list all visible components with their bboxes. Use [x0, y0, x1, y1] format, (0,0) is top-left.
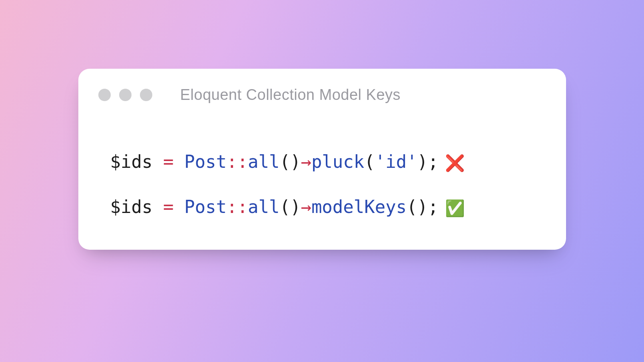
code-scope: :: — [227, 197, 248, 217]
code-paren-close: ) — [417, 151, 428, 172]
code-operator: = — [152, 151, 184, 172]
traffic-light-close-icon — [98, 89, 111, 101]
code-line: $ids = Post::all()→pluck('id');❌ — [110, 151, 546, 173]
check-mark-icon: ✅ — [445, 199, 465, 217]
code-parens: () — [279, 151, 301, 172]
code-class: Post — [184, 151, 227, 172]
traffic-light-minimize-icon — [119, 89, 132, 101]
code-semicolon: ; — [428, 151, 439, 172]
code-paren-open: ( — [364, 151, 375, 172]
code-window: Eloquent Collection Model Keys $ids = Po… — [78, 69, 566, 250]
code-method: modelKeys — [311, 197, 407, 217]
code-area: $ids = Post::all()→pluck('id');❌ $ids = … — [98, 151, 546, 218]
code-scope: :: — [227, 151, 248, 172]
traffic-lights — [98, 89, 152, 101]
code-method: all — [248, 197, 279, 217]
code-variable: $ids — [110, 151, 153, 172]
code-paren-open: ( — [407, 197, 417, 217]
window-titlebar: Eloquent Collection Model Keys — [98, 86, 546, 103]
code-arrow: → — [301, 197, 311, 217]
code-paren-close: ) — [417, 197, 428, 217]
traffic-light-maximize-icon — [140, 89, 152, 101]
code-semicolon: ; — [428, 197, 439, 217]
code-variable: $ids — [110, 197, 153, 217]
code-method: pluck — [311, 151, 364, 172]
code-line: $ids = Post::all()→modelKeys();✅ — [110, 197, 546, 218]
code-class: Post — [184, 197, 227, 217]
code-method: all — [248, 151, 279, 172]
code-string: 'id' — [375, 151, 417, 172]
code-operator: = — [152, 197, 184, 217]
window-title: Eloquent Collection Model Keys — [180, 86, 401, 103]
code-parens: () — [279, 197, 301, 217]
cross-mark-icon: ❌ — [445, 154, 465, 172]
code-arrow: → — [301, 151, 311, 172]
